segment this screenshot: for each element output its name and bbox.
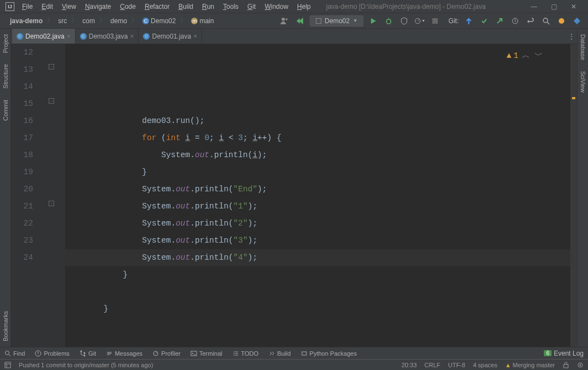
- menu-refactor[interactable]: Refactor: [140, 2, 174, 12]
- code-line[interactable]: [65, 283, 577, 301]
- rail-structure[interactable]: Structure: [1, 58, 10, 94]
- bottom-tab-problems[interactable]: Problems: [35, 350, 69, 357]
- rail-database[interactable]: Database: [579, 29, 587, 66]
- code-line[interactable]: }: [65, 266, 577, 283]
- code-line[interactable]: System.out.println("2");: [65, 215, 577, 232]
- warning-icon: ▲: [505, 362, 511, 368]
- breadcrumb-src[interactable]: src: [54, 17, 71, 25]
- editor-tab[interactable]: CDemo01.java×: [139, 29, 202, 44]
- code-line[interactable]: System.out.println(i);: [65, 147, 577, 164]
- code-line[interactable]: }: [65, 301, 577, 318]
- editor-scrollbar[interactable]: [570, 44, 577, 347]
- bottom-tab-build[interactable]: Build: [268, 350, 290, 357]
- status-processes-icon[interactable]: [577, 362, 584, 368]
- svg-rect-13: [302, 352, 306, 355]
- status-position[interactable]: 20:33: [401, 362, 417, 368]
- coverage-button[interactable]: [399, 15, 410, 26]
- prev-highlight-icon[interactable]: ︿: [521, 47, 531, 65]
- status-indent[interactable]: 4 spaces: [473, 362, 497, 368]
- breadcrumb-com[interactable]: com: [78, 17, 99, 25]
- status-line-separator[interactable]: CRLF: [425, 362, 441, 368]
- rail-project[interactable]: Project: [1, 29, 10, 58]
- debug-button[interactable]: [383, 15, 394, 26]
- menu-tools[interactable]: Tools: [219, 2, 243, 12]
- svg-point-17: [580, 364, 581, 366]
- rail-bookmarks[interactable]: Bookmarks: [1, 305, 10, 347]
- rail-commit[interactable]: Commit: [1, 94, 10, 126]
- code-line[interactable]: [65, 318, 577, 335]
- close-tab-icon[interactable]: ×: [67, 33, 71, 40]
- code-line[interactable]: }: [65, 164, 577, 181]
- menu-code[interactable]: Code: [115, 2, 140, 12]
- menu-window[interactable]: Window: [260, 2, 293, 12]
- editor[interactable]: 12131415161718192021222324 --- ▲ 1 ︿ ﹀ d…: [11, 44, 577, 347]
- close-tab-icon[interactable]: ×: [130, 33, 134, 40]
- gutter[interactable]: 12131415161718192021222324: [11, 44, 38, 347]
- java-class-icon: C: [143, 33, 150, 40]
- bottom-tab-messages[interactable]: Messages: [106, 350, 142, 357]
- warn-icon: [35, 350, 41, 357]
- menu-run[interactable]: Run: [198, 2, 219, 12]
- bottom-tab-python-packages[interactable]: Python Packages: [301, 350, 357, 357]
- run-button[interactable]: [368, 15, 379, 26]
- run-config-selector[interactable]: Demo02 ▼: [310, 15, 363, 26]
- git-update-icon[interactable]: [463, 15, 474, 26]
- fold-toggle-icon[interactable]: -: [49, 98, 54, 104]
- code-line[interactable]: System.out.println("1");: [65, 198, 577, 215]
- bottom-tab-git[interactable]: Git: [80, 350, 96, 357]
- code-line[interactable]: System.out.println("End");: [65, 181, 577, 198]
- build-icon: [268, 350, 275, 357]
- bottom-tab-find[interactable]: Find: [4, 350, 25, 357]
- event-log-button[interactable]: 6 Event Log: [544, 350, 584, 357]
- close-button[interactable]: ✕: [567, 2, 580, 11]
- breadcrumb-project[interactable]: java-demo: [6, 17, 47, 25]
- menu-edit[interactable]: Edit: [37, 2, 57, 12]
- next-highlight-icon[interactable]: ﹀: [533, 47, 544, 65]
- status-encoding[interactable]: UTF-8: [448, 362, 465, 368]
- svg-point-10: [83, 355, 85, 356]
- git-push-icon[interactable]: [494, 15, 505, 26]
- editor-tab[interactable]: CDemo03.java×: [76, 29, 139, 44]
- tabs-more-icon[interactable]: ⋮: [566, 29, 577, 44]
- svg-point-9: [83, 352, 85, 353]
- code-line[interactable]: demo03.run();: [65, 112, 577, 130]
- settings-sync-icon[interactable]: [571, 15, 582, 26]
- code-line[interactable]: for (int i = 0; i < 3; i++) {: [65, 130, 577, 147]
- menu-file[interactable]: File: [18, 2, 37, 12]
- maximize-button[interactable]: ▢: [547, 2, 560, 11]
- stop-button[interactable]: [430, 15, 441, 26]
- fold-column[interactable]: ---: [38, 44, 65, 347]
- status-tool-windows-icon[interactable]: [4, 362, 11, 368]
- code-area[interactable]: ▲ 1 ︿ ﹀ demo03.run(); for (int i = 0; i …: [65, 44, 577, 347]
- back-to-app-icon[interactable]: [294, 15, 305, 26]
- menu-git[interactable]: Git: [243, 2, 260, 12]
- inspection-badge[interactable]: ▲ 1 ︿ ﹀: [507, 47, 544, 65]
- menu-view[interactable]: View: [57, 2, 81, 12]
- close-tab-icon[interactable]: ×: [193, 33, 197, 40]
- menu-help[interactable]: Help: [293, 2, 315, 12]
- code-line[interactable]: System.out.println("3");: [65, 232, 577, 249]
- left-tool-rail: Project Structure Commit Bookmarks: [0, 29, 11, 347]
- ide-update-icon[interactable]: [556, 15, 567, 26]
- fold-toggle-icon[interactable]: -: [49, 64, 54, 69]
- bottom-tab-profiler[interactable]: Profiler: [152, 350, 181, 357]
- add-user-icon[interactable]: [279, 15, 290, 26]
- minimize-button[interactable]: —: [527, 2, 541, 11]
- breadcrumb-method[interactable]: mmain: [187, 17, 218, 25]
- status-git-merge[interactable]: ▲Merging master: [505, 362, 555, 368]
- fold-toggle-icon[interactable]: -: [49, 201, 54, 206]
- editor-tab[interactable]: CDemo02.java×: [12, 29, 76, 44]
- breadcrumb-class[interactable]: CDemo02: [138, 17, 180, 25]
- menu-navigate[interactable]: Navigate: [81, 2, 115, 12]
- menu-build[interactable]: Build: [174, 2, 198, 12]
- bottom-tab-todo[interactable]: TODO: [232, 350, 259, 357]
- profile-button[interactable]: ▼: [414, 15, 425, 26]
- rollback-icon[interactable]: [525, 15, 536, 26]
- search-everywhere-icon[interactable]: [541, 15, 552, 26]
- bottom-tab-terminal[interactable]: Terminal: [190, 350, 223, 357]
- code-line[interactable]: System.out.println("4");: [65, 249, 577, 266]
- history-icon[interactable]: [510, 15, 521, 26]
- breadcrumb-demo[interactable]: demo: [106, 17, 131, 25]
- status-lock-icon[interactable]: [563, 362, 569, 368]
- git-commit-icon[interactable]: [479, 15, 490, 26]
